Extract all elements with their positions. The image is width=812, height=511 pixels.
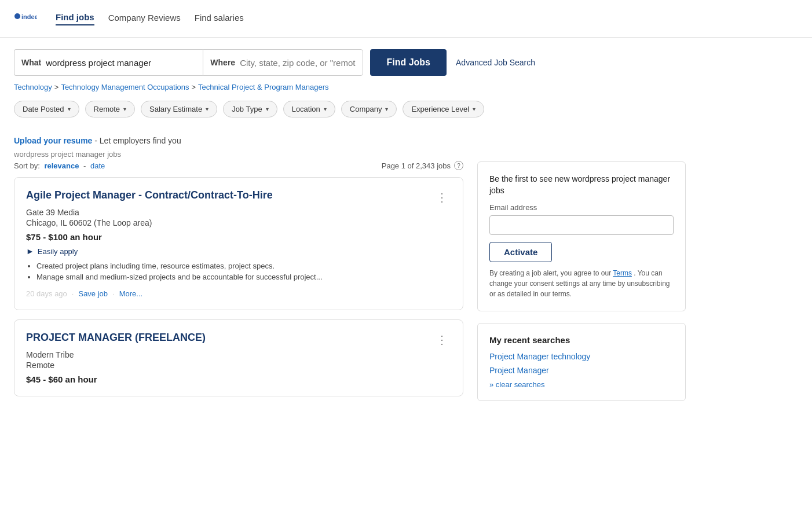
sort-date-link[interactable]: date — [90, 161, 105, 170]
breadcrumb-technology-management[interactable]: Technology Management Occupations — [61, 83, 189, 91]
activate-button[interactable]: Activate — [489, 242, 552, 262]
job-company-1: Gate 39 Media — [26, 208, 451, 217]
job-footer-1: 20 days ago · Save job · More... — [26, 289, 451, 298]
upload-resume-link[interactable]: Upload your resume — [14, 136, 92, 145]
page-info-text: Page 1 of 2,343 jobs — [382, 161, 451, 170]
filter-salary-estimate[interactable]: Salary Estimate ▾ — [141, 101, 217, 117]
job-location-1: Chicago, IL 60602 (The Loop area) — [26, 218, 451, 227]
upload-banner-text: - Let employers find you — [94, 136, 181, 145]
terms-link[interactable]: Terms — [613, 269, 632, 277]
what-search-box: What — [14, 49, 203, 76]
job-card-1: Agile Project Manager - Contract/Contrac… — [14, 177, 463, 310]
where-search-box: Where — [203, 49, 363, 76]
search-bar-section: What Where Find Jobs Advanced Job Search — [0, 38, 812, 76]
job-menu-icon-1[interactable]: ⋮ — [433, 189, 451, 205]
recent-search-1[interactable]: Project Manager — [489, 366, 674, 375]
sort-relevance[interactable]: relevance — [44, 161, 79, 170]
where-label: Where — [210, 58, 235, 67]
chevron-down-icon: ▾ — [266, 106, 269, 112]
sidebar: Be the first to see new wordpress projec… — [477, 127, 686, 413]
chevron-down-icon: ▾ — [473, 106, 476, 112]
clear-searches-link[interactable]: » clear searches — [489, 380, 544, 389]
nav-find-salaries[interactable]: Find salaries — [195, 13, 244, 25]
job-posted-1: 20 days ago — [26, 289, 67, 298]
job-bullet-1-1: Manage small and medium-sized projects a… — [36, 273, 451, 281]
alert-panel: Be the first to see new wordpress projec… — [477, 161, 686, 311]
filter-remote[interactable]: Remote ▾ — [85, 101, 136, 117]
job-card-2: PROJECT MANAGER (FREELANCE) ⋮ Modern Tri… — [14, 319, 463, 396]
email-label: Email address — [489, 203, 674, 212]
sort-options: Sort by: relevance - date — [14, 161, 105, 170]
breadcrumb: Technology > Technology Management Occup… — [0, 76, 812, 91]
job-menu-icon-2[interactable]: ⋮ — [433, 332, 451, 348]
breadcrumb-sep-2: > — [192, 83, 196, 91]
advanced-job-search-link[interactable]: Advanced Job Search — [456, 58, 535, 67]
nav-find-jobs[interactable]: Find jobs — [56, 12, 94, 25]
jobs-column: Upload your resume - Let employers find … — [14, 127, 477, 413]
job-bullets-1: Created project plans including time, re… — [26, 262, 451, 281]
job-title-2[interactable]: PROJECT MANAGER (FREELANCE) — [26, 332, 206, 344]
filter-experience-label: Experience Level — [411, 105, 469, 113]
where-input[interactable] — [240, 58, 356, 68]
apply-arrow-icon: ► — [26, 247, 34, 256]
sort-sep: - — [83, 161, 86, 170]
separator-1: · — [72, 289, 74, 298]
breadcrumb-technology[interactable]: Technology — [14, 83, 52, 91]
job-bullet-1-0: Created project plans including time, re… — [36, 262, 451, 270]
sort-row: Sort by: relevance - date Page 1 of 2,34… — [14, 161, 463, 170]
job-card-1-header: Agile Project Manager - Contract/Contrac… — [26, 189, 451, 205]
alert-title: Be the first to see new wordpress projec… — [489, 174, 674, 196]
info-icon[interactable]: ? — [454, 161, 463, 170]
nav-company-reviews[interactable]: Company Reviews — [108, 13, 181, 25]
job-title-1[interactable]: Agile Project Manager - Contract/Contrac… — [26, 189, 273, 201]
filter-company[interactable]: Company ▾ — [341, 101, 397, 117]
terms-text: By creating a job alert, you agree to ou… — [489, 268, 674, 299]
what-label: What — [21, 58, 41, 67]
filter-date-posted[interactable]: Date Posted ▾ — [14, 101, 79, 117]
find-jobs-button[interactable]: Find Jobs — [370, 49, 447, 76]
filter-remote-label: Remote — [94, 105, 120, 113]
more-1[interactable]: More... — [119, 289, 142, 298]
main-layout: Upload your resume - Let employers find … — [0, 127, 799, 413]
recent-searches-panel: My recent searches Project Manager techn… — [477, 323, 686, 401]
logo[interactable]: indeed — [14, 7, 37, 30]
filter-date-posted-label: Date Posted — [23, 105, 64, 113]
chevron-down-icon: ▾ — [68, 106, 71, 112]
svg-point-0 — [14, 13, 20, 19]
main-nav: Find jobs Company Reviews Find salaries — [56, 12, 244, 25]
filter-salary-label: Salary Estimate — [149, 105, 202, 113]
header: indeed Find jobs Company Reviews Find sa… — [0, 0, 812, 38]
what-input[interactable] — [46, 58, 196, 68]
chevron-down-icon: ▾ — [324, 106, 327, 112]
recent-searches-title: My recent searches — [489, 335, 674, 345]
chevron-down-icon: ▾ — [123, 106, 126, 112]
chevron-down-icon: ▾ — [206, 106, 209, 112]
page-info: Page 1 of 2,343 jobs ? — [382, 161, 463, 170]
job-salary-2: $45 - $60 an hour — [26, 374, 451, 384]
filter-jobtype-label: Job Type — [232, 105, 262, 113]
filter-job-type[interactable]: Job Type ▾ — [223, 101, 277, 117]
job-company-2: Modern Tribe — [26, 350, 451, 359]
filters-row: Date Posted ▾ Remote ▾ Salary Estimate ▾… — [0, 91, 812, 127]
filter-experience-level[interactable]: Experience Level ▾ — [403, 101, 484, 117]
job-salary-1: $75 - $100 an hour — [26, 232, 451, 242]
sort-prefix: Sort by: — [14, 161, 40, 170]
separator-2: · — [112, 289, 115, 298]
email-input[interactable] — [489, 215, 674, 235]
jobs-meta: wordpress project manager jobs — [14, 150, 463, 159]
job-card-2-header: PROJECT MANAGER (FREELANCE) ⋮ — [26, 332, 451, 348]
recent-search-0[interactable]: Project Manager technology — [489, 352, 674, 361]
filter-location-label: Location — [292, 105, 320, 113]
chevron-down-icon: ▾ — [385, 106, 388, 112]
save-job-1[interactable]: Save job — [78, 289, 108, 298]
upload-banner: Upload your resume - Let employers find … — [14, 127, 463, 150]
breadcrumb-technical-project[interactable]: Technical Project & Program Managers — [198, 83, 328, 91]
breadcrumb-sep-1: > — [54, 83, 59, 91]
terms-prefix: By creating a job alert, you agree to ou… — [489, 269, 611, 277]
filter-company-label: Company — [350, 105, 382, 113]
svg-text:indeed: indeed — [21, 13, 37, 20]
job-location-2: Remote — [26, 361, 451, 370]
filter-location[interactable]: Location ▾ — [283, 101, 335, 117]
easily-apply-1: ► Easily apply — [26, 247, 451, 256]
easily-apply-text: Easily apply — [38, 247, 78, 256]
